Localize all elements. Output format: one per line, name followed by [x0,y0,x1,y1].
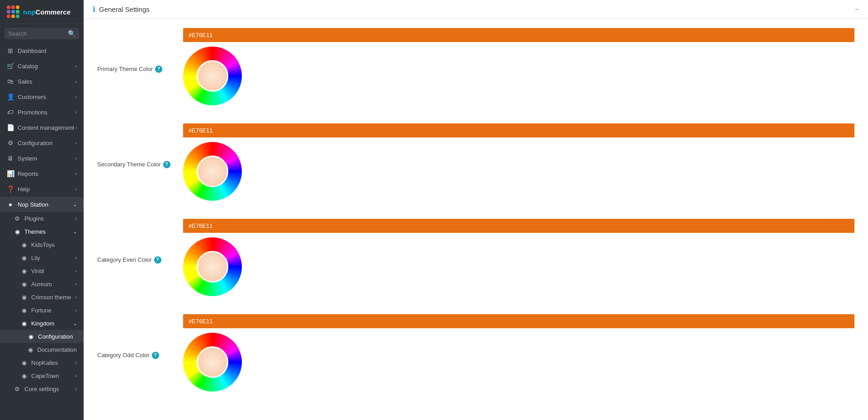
minimize-button[interactable]: − [855,5,859,14]
sidebar-item-core-settings[interactable]: ⚙ Core settings › [0,382,84,396]
primary-color-wheel[interactable] [183,47,242,105]
sidebar-item-capetown[interactable]: ◉ CapeTown › [0,369,84,382]
sidebar-item-system[interactable]: 🖥 System › [0,151,84,166]
category-odd-color-picker: #E76E11 [183,314,854,396]
sidebar-item-label: Fortune [31,307,52,314]
chevron-right-icon: › [75,141,77,146]
chevron-down-icon: ⌄ [73,202,77,207]
sidebar-item-label: NopKalles [31,359,58,366]
sidebar-item-label: Customers [18,94,46,100]
info-icon: ℹ [93,5,95,14]
sidebar-item-help[interactable]: ❓ Help › [0,181,84,197]
search-input[interactable] [8,30,65,37]
sidebar-item-customers[interactable]: 👤 Customers › [0,89,84,104]
sidebar-item-label: Documentation [38,346,77,353]
secondary-color-value[interactable]: #E76E11 [183,123,854,137]
sidebar-item-label: Content management [18,124,74,131]
plugins-icon: ⚙ [14,215,21,222]
category-odd-help-icon[interactable]: ? [152,352,159,359]
sidebar-item-nop-station[interactable]: ● Nop Station ⌄ [0,197,84,212]
sidebar-item-label: Themes [24,228,46,235]
secondary-color-label: Secondary Theme Color ? [97,161,183,168]
sidebar-item-configuration[interactable]: ⚙ Configuration › [0,135,84,151]
sidebar-item-label: Aureum [31,281,52,288]
chevron-right-icon: › [75,156,77,161]
secondary-color-picker: #E76E11 [183,123,854,205]
primary-color-label-text: Primary Theme Color [97,66,153,72]
sidebar-item-plugins[interactable]: ⚙ Plugins › [0,212,84,225]
secondary-help-icon[interactable]: ? [163,161,170,168]
viridi-icon: ◉ [20,268,28,274]
category-even-color-wheel-inner [197,251,228,283]
logo-dot [11,10,15,14]
secondary-color-wheel-wrapper [183,137,854,205]
primary-help-icon[interactable]: ? [155,66,162,73]
configuration-sub-icon: ◉ [27,333,34,340]
content-area: Primary Theme Color ? #E76E11 Secondary … [84,19,868,420]
logo-dot [16,14,19,18]
sales-icon: 🛍 [7,78,14,85]
category-even-color-wheel[interactable] [183,237,242,296]
category-odd-color-value[interactable]: #E76E11 [183,314,854,328]
sidebar-item-nopkalles[interactable]: ◉ NopKalles › [0,356,84,369]
kidstoys-icon: ◉ [20,241,28,248]
sidebar-item-catalog[interactable]: 🛒 Catalog › [0,58,84,74]
logo-dot [16,5,19,9]
sidebar-item-label: Dashboard [18,47,47,54]
sidebar-item-viridi[interactable]: ◉ Viridi › [0,264,84,278]
primary-color-picker: #E76E11 [183,28,854,110]
sidebar-item-reports[interactable]: 📊 Reports › [0,166,84,181]
sidebar-item-sales[interactable]: 🛍 Sales › [0,74,84,89]
crimson-icon: ◉ [20,294,28,301]
sidebar-item-label: Configuration [38,333,73,340]
sidebar-item-kidstoys[interactable]: ◉ KidsToys [0,238,84,251]
sidebar-item-crimson[interactable]: ◉ Crimson theme › [0,291,84,304]
secondary-color-wheel[interactable] [183,142,242,201]
chevron-right-icon: › [75,255,77,260]
logo-text: nopCommerce [23,8,71,16]
sidebar-item-fortune[interactable]: ◉ Fortune › [0,304,84,317]
documentation-icon: ◉ [27,346,34,353]
sidebar-item-label: Help [18,186,30,193]
sidebar-item-kingdom[interactable]: ◉ Kingdom ⌄ [0,317,84,330]
chevron-right-icon: › [75,171,77,176]
sidebar-item-lily[interactable]: ◉ Lily › [0,251,84,264]
sidebar-item-documentation[interactable]: ◉ Documentation [0,343,84,356]
secondary-color-wheel-inner [197,156,228,187]
nopkalles-icon: ◉ [20,359,28,366]
logo-dot [7,10,10,14]
sidebar-item-aureum[interactable]: ◉ Aureum › [0,278,84,291]
catalog-icon: 🛒 [7,62,14,70]
sidebar-item-dashboard[interactable]: ⊞ Dashboard [0,43,84,58]
themes-icon: ◉ [14,228,21,235]
logo-dot [16,10,19,14]
help-icon: ❓ [7,185,14,193]
fortune-icon: ◉ [20,307,28,314]
logo-dots [7,5,19,18]
system-icon: 🖥 [7,155,14,162]
logo-area: nopCommerce [0,0,84,24]
category-even-color-picker: #E76E11 [183,219,854,301]
core-settings-icon: ⚙ [14,386,21,392]
sidebar-item-label: Promotions [18,109,47,116]
main-content: ℹ General Settings − Primary Theme Color… [84,0,868,420]
page-title: General Settings [99,5,150,13]
sidebar-item-promotions[interactable]: 🏷 Promotions › [0,104,84,120]
sidebar-item-themes[interactable]: ◉ Themes ⌄ [0,225,84,238]
chevron-right-icon: › [75,94,77,99]
primary-color-value[interactable]: #E76E11 [183,28,854,42]
aureum-icon: ◉ [20,281,28,288]
sidebar-item-label: Lily [31,255,40,261]
sidebar-item-configuration-sub[interactable]: ◉ Configuration [0,330,84,343]
category-odd-color-wheel[interactable] [183,333,242,392]
search-button[interactable]: 🔍 [68,30,75,37]
promotions-icon: 🏷 [7,109,14,116]
category-even-color-label: Category Even Color ? [97,256,183,264]
logo-dot [7,14,10,18]
sidebar-item-content[interactable]: 📄 Content management › [0,120,84,135]
category-even-color-value[interactable]: #E76E11 [183,219,854,233]
chevron-right-icon: › [75,308,77,313]
category-even-help-icon[interactable]: ? [154,256,161,264]
secondary-color-label-text: Secondary Theme Color [97,161,161,168]
primary-color-row: Primary Theme Color ? #E76E11 [97,28,854,110]
